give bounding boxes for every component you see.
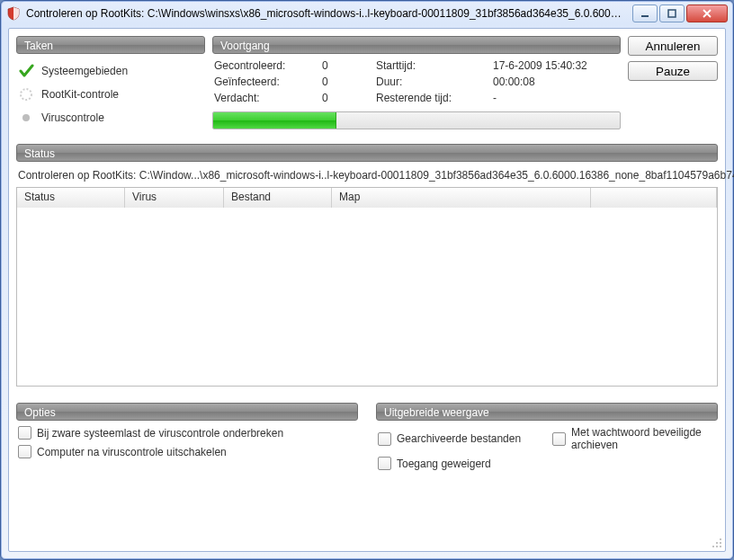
svg-rect-8 (716, 546, 718, 547)
infected-value: 0 (322, 76, 376, 88)
pause-button[interactable]: Pauze (628, 61, 718, 81)
tasks-header: Taken (16, 36, 205, 54)
opt-archived[interactable]: Gearchiveerde bestanden (378, 426, 542, 451)
maximize-button[interactable] (659, 4, 685, 22)
results-table: Status Virus Bestand Map (16, 187, 718, 387)
svg-rect-1 (668, 10, 676, 17)
duration-value: 00:00:08 (493, 76, 619, 88)
extended-panel: Uitgebreide weergave Gearchiveerde besta… (376, 403, 718, 470)
checkbox-label: Gearchiveerde bestanden (397, 432, 521, 445)
svg-rect-6 (720, 542, 721, 544)
svg-point-2 (21, 89, 31, 100)
start-value: 17-6-2009 15:40:32 (493, 59, 619, 72)
duration-label: Duur: (376, 76, 493, 88)
spinner-icon (18, 86, 34, 102)
progress-fill (213, 112, 336, 129)
cancel-button[interactable]: Annuleren (628, 36, 718, 56)
opt-password-archives[interactable]: Met wachtwoord beveiligde archieven (552, 426, 716, 451)
opt-shutdown-after[interactable]: Computer na viruscontrole uitschakelen (18, 445, 356, 458)
col-folder[interactable]: Map (332, 188, 591, 208)
tasks-panel: Taken Systeemgebieden RootKit-controle (16, 36, 205, 129)
svg-rect-5 (716, 542, 718, 544)
checkbox-icon (378, 457, 391, 470)
opt-access-denied[interactable]: Toegang geweigerd (378, 457, 542, 470)
resize-grip-icon[interactable] (711, 537, 723, 549)
progress-bar (212, 111, 621, 129)
window-title: Controleren op RootKits: C:\Windows\wins… (26, 7, 627, 20)
checkbox-label: Computer na viruscontrole uitschakelen (37, 446, 227, 458)
window-controls (632, 4, 728, 22)
table-body[interactable] (17, 208, 717, 386)
extended-header: Uitgebreide weergave (376, 403, 718, 421)
suspicious-label: Verdacht: (214, 92, 322, 104)
progress-header: Voortgang (212, 36, 621, 54)
task-label: Systeemgebieden (41, 65, 128, 77)
col-virus[interactable]: Virus (125, 188, 224, 208)
task-label: Viruscontrole (41, 111, 104, 124)
svg-rect-9 (720, 546, 721, 547)
checkbox-icon (18, 426, 31, 440)
checkbox-label: Toegang geweigerd (397, 458, 491, 470)
svg-point-3 (22, 114, 30, 121)
col-file[interactable]: Bestand (224, 188, 332, 208)
checkbox-label: Met wachtwoord beveiligde archieven (571, 426, 716, 451)
options-header: Opties (16, 403, 358, 421)
checkmark-icon (18, 63, 34, 79)
svg-rect-4 (720, 538, 721, 540)
svg-rect-0 (641, 15, 649, 17)
infected-label: Geïnfecteerd: (214, 76, 322, 88)
table-header: Status Virus Bestand Map (17, 188, 717, 208)
action-buttons: Annuleren Pauze (628, 36, 718, 129)
start-label: Starttijd: (376, 59, 493, 72)
task-label: RootKit-controle (41, 88, 119, 101)
checkbox-icon (378, 432, 391, 446)
status-panel: Status Controleren op RootKits: C:\Windo… (16, 144, 718, 387)
app-window: Controleren op RootKits: C:\Windows\wins… (0, 0, 734, 560)
task-virus-check: Viruscontrole (18, 106, 203, 129)
minimize-button[interactable] (632, 4, 658, 22)
col-extra[interactable] (591, 188, 717, 208)
col-status[interactable]: Status (17, 188, 125, 208)
scanned-value: 0 (322, 59, 376, 72)
task-rootkit-check: RootKit-controle (18, 83, 203, 106)
pending-dot-icon (18, 110, 34, 126)
task-system-areas: Systeemgebieden (18, 59, 203, 83)
app-shield-icon (6, 6, 21, 21)
options-panel: Opties Bij zware systeemlast de viruscon… (16, 403, 358, 470)
close-button[interactable] (686, 4, 728, 22)
titlebar[interactable]: Controleren op RootKits: C:\Windows\wins… (1, 1, 733, 26)
scanned-label: Gecontroleerd: (214, 59, 322, 72)
checkbox-icon (18, 445, 31, 458)
client-area: Taken Systeemgebieden RootKit-controle (8, 28, 726, 552)
opt-interrupt-heavy-load[interactable]: Bij zware systeemlast de viruscontrole o… (18, 426, 356, 440)
checkbox-label: Bij zware systeemlast de viruscontrole o… (37, 427, 283, 440)
svg-rect-7 (712, 546, 714, 547)
status-current-path: Controleren op RootKits: C:\Window...\x8… (16, 162, 718, 187)
status-header: Status (16, 144, 718, 162)
remaining-value: - (493, 92, 619, 104)
progress-panel: Voortgang Gecontroleerd: 0 Starttijd: 17… (212, 36, 621, 129)
checkbox-icon (552, 432, 566, 446)
remaining-label: Resterende tijd: (376, 92, 493, 104)
suspicious-value: 0 (322, 92, 376, 104)
